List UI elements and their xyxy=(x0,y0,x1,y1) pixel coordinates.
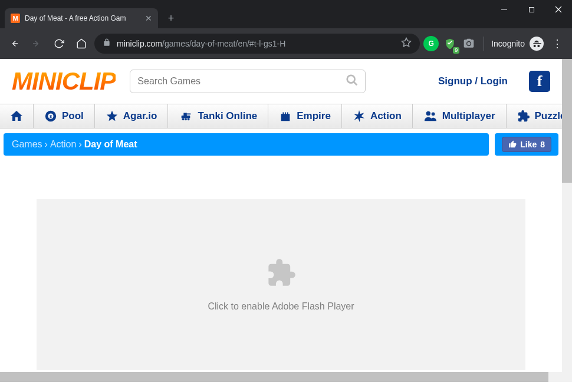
browser-tab[interactable]: M Day of Meat - A free Action Gam ✕ xyxy=(5,8,158,28)
forward-button[interactable] xyxy=(27,34,46,53)
svg-rect-1 xyxy=(529,7,534,12)
minimize-button[interactable] xyxy=(491,0,518,19)
scrollbar-thumb[interactable] xyxy=(562,59,572,183)
breadcrumb-row: Games›Action›Day of Meat Like 8 xyxy=(0,129,562,160)
search-icon[interactable] xyxy=(346,74,359,89)
svg-marker-6 xyxy=(402,38,411,47)
nav-puzzle[interactable]: Puzzle xyxy=(507,104,562,128)
nav-home[interactable] xyxy=(0,104,34,128)
breadcrumb: Games›Action›Day of Meat xyxy=(4,133,489,156)
main-nav: 8Pool Agar.io Tanki Online Empire Action… xyxy=(0,104,562,129)
nav-tanki[interactable]: Tanki Online xyxy=(168,104,268,128)
svg-point-18 xyxy=(188,118,190,121)
address-bar[interactable]: miniclip.com/games/day-of-meat/en/#t-l-g… xyxy=(94,34,420,54)
tab-title: Day of Meat - A free Action Gam xyxy=(25,14,140,22)
tab-favicon: M xyxy=(11,14,20,23)
svg-point-17 xyxy=(185,118,188,121)
thumbs-up-icon xyxy=(508,140,517,149)
new-tab-button[interactable]: + xyxy=(163,10,179,27)
nav-pool[interactable]: 8Pool xyxy=(34,104,95,128)
like-label: Like xyxy=(520,140,537,149)
url-text: miniclip.com/games/day-of-meat/en/#t-l-g… xyxy=(117,39,395,48)
svg-rect-14 xyxy=(187,113,190,114)
extension-badge: 9 xyxy=(453,47,459,54)
svg-marker-19 xyxy=(354,110,364,122)
nav-action[interactable]: Action xyxy=(342,104,413,128)
people-icon xyxy=(423,110,438,123)
maximize-button[interactable] xyxy=(518,0,545,19)
tank-icon xyxy=(179,110,193,123)
incognito-indicator[interactable]: Incognito xyxy=(491,37,544,51)
scrollbar-thumb[interactable] xyxy=(0,372,548,382)
home-button[interactable] xyxy=(72,34,91,53)
star-icon xyxy=(106,110,119,123)
svg-point-20 xyxy=(426,111,430,116)
site-logo[interactable]: MINICLIP xyxy=(12,67,116,95)
reload-button[interactable] xyxy=(50,34,68,53)
bookmark-icon[interactable] xyxy=(401,37,412,50)
incognito-icon xyxy=(530,37,544,51)
like-container: Like 8 xyxy=(495,133,558,156)
nav-label: Tanki Online xyxy=(198,110,257,122)
flash-placeholder[interactable]: Click to enable Adobe Flash Player xyxy=(37,199,525,370)
svg-point-21 xyxy=(431,112,435,116)
home-icon xyxy=(9,109,24,123)
nav-agario[interactable]: Agar.io xyxy=(95,104,169,128)
browser-toolbar: miniclip.com/games/day-of-meat/en/#t-l-g… xyxy=(0,28,572,59)
page-viewport: MINICLIP Signup / Login f 8Pool Agar.io … xyxy=(0,59,572,382)
facebook-icon[interactable]: f xyxy=(529,71,550,92)
burst-icon xyxy=(353,110,366,123)
breadcrumb-current: Day of Meat xyxy=(84,139,137,149)
search-input[interactable] xyxy=(130,70,366,93)
pool-icon: 8 xyxy=(44,110,57,123)
svg-point-16 xyxy=(182,118,185,121)
plugin-icon xyxy=(266,258,297,291)
signup-login-link[interactable]: Signup / Login xyxy=(438,75,508,87)
back-button[interactable] xyxy=(5,34,24,53)
flash-enable-text: Click to enable Adobe Flash Player xyxy=(208,301,354,312)
nav-label: Puzzle xyxy=(535,110,562,122)
extension-shield-icon[interactable]: 9 xyxy=(442,36,458,51)
castle-icon xyxy=(279,110,292,123)
horizontal-scrollbar[interactable] xyxy=(0,372,562,382)
incognito-label: Incognito xyxy=(491,39,525,48)
lock-icon xyxy=(103,38,111,49)
nav-empire[interactable]: Empire xyxy=(268,104,342,128)
like-count: 8 xyxy=(540,140,545,149)
svg-rect-13 xyxy=(184,113,188,116)
breadcrumb-games[interactable]: Games xyxy=(12,139,42,149)
browser-menu-button[interactable]: ⋮ xyxy=(547,37,567,50)
nav-label: Empire xyxy=(297,110,331,122)
svg-text:8: 8 xyxy=(50,114,52,119)
separator xyxy=(484,37,484,51)
nav-multiplayer[interactable]: Multiplayer xyxy=(413,104,507,128)
nav-label: Agar.io xyxy=(123,110,157,122)
breadcrumb-action[interactable]: Action xyxy=(50,139,76,149)
svg-line-8 xyxy=(354,82,357,85)
nav-label: Multiplayer xyxy=(442,110,495,122)
svg-marker-12 xyxy=(107,111,117,121)
like-button[interactable]: Like 8 xyxy=(502,137,551,152)
page-content: MINICLIP Signup / Login f 8Pool Agar.io … xyxy=(0,59,562,372)
svg-rect-15 xyxy=(182,116,190,118)
site-header: MINICLIP Signup / Login f xyxy=(0,59,562,104)
nav-label: Pool xyxy=(62,110,84,122)
extension-grammarly-icon[interactable]: G xyxy=(423,36,439,51)
browser-titlebar: M Day of Meat - A free Action Gam ✕ + xyxy=(0,0,572,28)
svg-point-7 xyxy=(347,75,355,83)
extension-camera-icon[interactable] xyxy=(461,36,476,51)
vertical-scrollbar[interactable] xyxy=(562,59,572,382)
close-icon[interactable]: ✕ xyxy=(145,14,152,23)
puzzle-icon xyxy=(517,110,530,123)
nav-label: Action xyxy=(370,110,402,122)
search-wrapper xyxy=(130,70,366,93)
window-close-button[interactable] xyxy=(545,0,572,19)
